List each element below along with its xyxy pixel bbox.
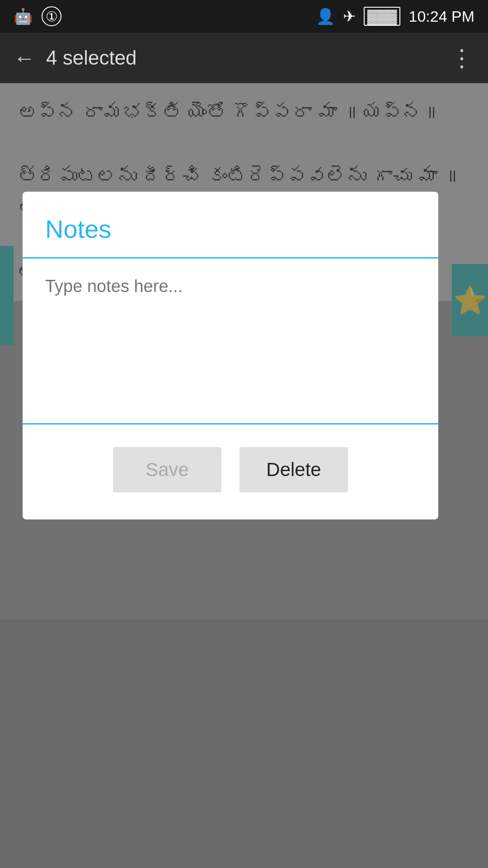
- dialog-buttons: Save Delete: [23, 425, 438, 501]
- selection-title: 4 selected: [46, 47, 137, 69]
- save-button[interactable]: Save: [113, 447, 221, 492]
- toolbar-left: ← 4 selected: [14, 46, 137, 71]
- notes-dialog: Notes Save Delete: [23, 192, 438, 519]
- more-options-button[interactable]: ⋮: [450, 44, 474, 71]
- android-icon: 🤖: [14, 7, 33, 25]
- delete-button[interactable]: Delete: [239, 447, 348, 492]
- user-icon: 👤: [316, 7, 335, 25]
- notification-badge: ①: [42, 6, 61, 26]
- back-button[interactable]: ←: [14, 46, 35, 71]
- status-bar-left: 🤖 ①: [14, 6, 61, 26]
- battery-icon: ▓▓▓: [364, 7, 401, 26]
- status-bar-right: 👤 ✈ ▓▓▓ 10:24 PM: [316, 7, 474, 26]
- notes-input-area[interactable]: [23, 259, 438, 425]
- dialog-title: Notes: [23, 192, 438, 257]
- airplane-icon: ✈: [343, 7, 356, 25]
- notes-textarea[interactable]: [45, 277, 416, 403]
- background-content: అప్న రామభక్తి యెంతో గొప్పరా మా ॥యప్న॥ త్…: [0, 83, 488, 868]
- time-display: 10:24 PM: [408, 8, 474, 25]
- status-bar: 🤖 ① 👤 ✈ ▓▓▓ 10:24 PM: [0, 0, 488, 33]
- toolbar: ← 4 selected ⋮: [0, 33, 488, 83]
